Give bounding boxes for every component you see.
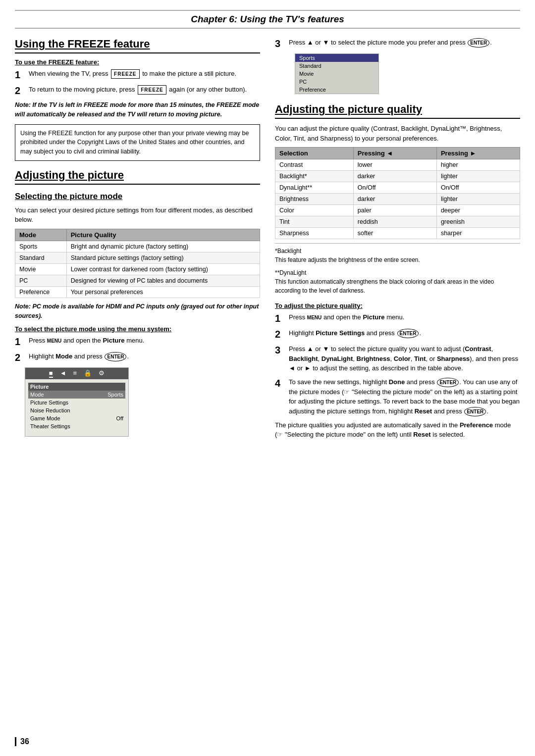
chapter-title: Chapter 6: Using the TV's features <box>191 14 344 24</box>
quality-table-cell: lighter <box>436 194 520 205</box>
mode-table-cell: Movie <box>15 263 67 275</box>
mode-table-cell: Standard <box>15 252 67 263</box>
quality-table-cell: Brightness <box>275 194 354 205</box>
right-step-3-content: Press ▲ or ▼ to select the picture mode … <box>289 38 520 48</box>
preference-label-footer: Preference <box>460 421 493 429</box>
to-adjust-label: To adjust the picture quality: <box>275 302 520 309</box>
select-step-number-2: 2 <box>15 352 26 363</box>
freeze-note-box: Using the FREEZE function for any purpos… <box>15 124 260 161</box>
select-step-number-1: 1 <box>15 336 26 348</box>
menu-icon-lock: 🔒 <box>84 369 92 378</box>
adjust-step-number-2: 2 <box>275 328 286 340</box>
menu-icon: MENU <box>47 338 61 344</box>
done-label: Done <box>389 378 405 386</box>
adjust-step-2: 2 Highlight Picture Settings and press E… <box>275 328 520 340</box>
quality-table-cell: Color <box>275 205 354 216</box>
picture-menu-label-adj: Picture <box>363 313 384 321</box>
picture-settings-label: Picture Settings <box>316 329 365 337</box>
left-column: Using the FREEZE feature To use the FREE… <box>15 38 260 444</box>
right-column: 3 Press ▲ or ▼ to select the picture mod… <box>275 38 520 444</box>
mode-col-header: Mode <box>15 229 67 241</box>
quality-table-cell: Contrast <box>275 159 354 171</box>
dynalight-label: DynaLight <box>321 355 353 362</box>
adjusting-picture-section: Adjusting the picture Selecting the pict… <box>15 169 260 437</box>
reset-label-footer: Reset <box>413 431 430 438</box>
freeze-button-icon-2: FREEZE <box>138 85 166 95</box>
quality-table-cell: sharper <box>436 228 520 239</box>
quality-table-cell: deeper <box>436 205 520 216</box>
right-step-number-3: 3 <box>275 38 286 50</box>
freeze-step2-text: To return to the moving picture, press <box>29 86 135 93</box>
freeze-button-icon: FREEZE <box>111 69 139 79</box>
freeze-section-title: Using the FREEZE feature <box>15 38 260 53</box>
footnotes: *Backlight This feature adjusts the brig… <box>275 243 520 295</box>
pressing-right-col-header: Pressing ► <box>436 148 520 159</box>
quality-table-row: DynaLight**On/OffOn/Off <box>275 182 520 194</box>
mode-table-cell: Bright and dynamic picture (factory sett… <box>66 241 260 252</box>
quality-table-cell: softer <box>353 228 436 239</box>
adjust-step-3: 3 Press ▲ or ▼ to select the picture qua… <box>275 344 520 373</box>
pm-movie: Movie <box>295 70 378 78</box>
select-step-2: 2 Highlight Mode and press ENTER. <box>15 352 260 363</box>
mode-table-row: SportsBright and dynamic picture (factor… <box>15 241 260 252</box>
quality-table-cell: greenish <box>436 216 520 228</box>
menu-game-mode-row: Game Mode Off <box>28 414 125 422</box>
adjust-step-4: 4 To save the new settings, highlight Do… <box>275 377 520 416</box>
quality-table-row: Backlight*darkerlighter <box>275 171 520 182</box>
menu-header-row: Picture <box>28 383 125 391</box>
mode-table-row: PreferenceYour personal preferences <box>15 286 260 298</box>
quality-table-cell: DynaLight** <box>275 182 354 194</box>
picture-mode-screenshot: Sports Standard Movie PC Preference <box>295 53 379 94</box>
selection-col-header: Selection <box>275 148 354 159</box>
quality-table-row: Brightnessdarkerlighter <box>275 194 520 205</box>
quality-table-cell: On/Off <box>353 182 436 194</box>
to-select-label: To select the picture mode using the men… <box>15 325 260 333</box>
tint-label: Tint <box>414 355 426 362</box>
adjust-step-1: 1 Press MENU and open the Picture menu. <box>275 312 520 324</box>
menu-theater-settings-row: Theater Settings <box>28 422 125 430</box>
pm-preference: Preference <box>295 86 378 94</box>
menu-screenshot-inner: Picture Mode Sports Picture Settings Noi… <box>25 381 128 432</box>
page: Chapter 6: Using the TV's features Using… <box>0 0 535 756</box>
quality-table-cell: Backlight* <box>275 171 354 182</box>
dynalight-footnote-label: **DynaLight <box>275 268 520 277</box>
mode-table-row: PCDesigned for viewing of PC tables and … <box>15 275 260 286</box>
quality-table-cell: lower <box>353 159 436 171</box>
adjusting-quality-body: You can adjust the picture quality (Cont… <box>275 124 520 143</box>
pc-note: Note: PC mode is available for HDMI and … <box>15 302 260 321</box>
freeze-step-2: 2 To return to the moving picture, press… <box>15 85 260 97</box>
adjust-footer: The picture qualities you adjusted are a… <box>275 420 520 440</box>
adjusting-quality-title: Adjusting the picture quality <box>275 103 520 119</box>
backlight-footnote-label: *Backlight <box>275 247 520 255</box>
color-label: Color <box>394 355 411 362</box>
pm-standard: Standard <box>295 62 378 70</box>
quality-table-row: Colorpalerdeeper <box>275 205 520 216</box>
quality-table-cell: reddish <box>353 216 436 228</box>
step-number-2: 2 <box>15 85 26 97</box>
mode-table: Mode Picture Quality SportsBright and dy… <box>15 229 260 298</box>
menu-icon-adj1: MENU <box>307 315 321 320</box>
backlight-label: Backlight <box>289 355 318 362</box>
menu-icon-setup: ≡ <box>73 369 77 378</box>
adjust-step-3-content: Press ▲ or ▼ to select the picture quali… <box>289 344 520 373</box>
page-number: 36 <box>15 737 29 746</box>
mode-table-cell: Standard picture settings (factory setti… <box>66 252 260 263</box>
menu-mode-row: Mode Sports <box>28 391 125 399</box>
game-mode-value: Off <box>116 415 123 421</box>
mode-value: Sports <box>107 392 123 398</box>
mode-table-cell: Preference <box>15 286 67 298</box>
select-step-2-content: Highlight Mode and press ENTER. <box>29 352 260 361</box>
quality-table-row: Sharpnesssoftersharper <box>275 228 520 239</box>
mode-table-cell: PC <box>15 275 67 286</box>
quality-table-cell: paler <box>353 205 436 216</box>
select-step-1-content: Press MENU and open the Picture menu. <box>29 336 260 346</box>
enter-btn-reset: ENTER <box>464 407 486 416</box>
menu-screenshot: ■ ◄ ≡ 🔒 ⚙ Picture Mode Sports Picture Se… <box>25 367 129 437</box>
pm-sports: Sports <box>295 54 378 62</box>
enter-btn-step3: ENTER <box>468 38 489 48</box>
to-use-freeze-label: To use the FREEZE feature: <box>15 58 260 66</box>
enter-btn-adj2: ENTER <box>397 329 419 338</box>
right-step-3: 3 Press ▲ or ▼ to select the picture mod… <box>275 38 520 50</box>
quality-table-cell: darker <box>353 194 436 205</box>
quality-table: Selection Pressing ◄ Pressing ► Contrast… <box>275 147 520 239</box>
